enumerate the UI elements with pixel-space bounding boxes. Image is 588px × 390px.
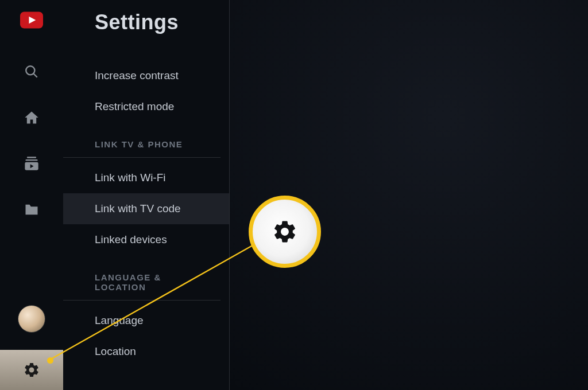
settings-item-linked-devices[interactable]: Linked devices xyxy=(63,224,229,255)
settings-item-location[interactable]: Location xyxy=(63,336,229,367)
settings-item-link-wifi[interactable]: Link with Wi-Fi xyxy=(63,162,229,193)
gear-icon xyxy=(23,361,40,379)
youtube-logo[interactable] xyxy=(20,9,43,32)
sidebar xyxy=(0,0,63,390)
settings-item-link-tv-code[interactable]: Link with TV code xyxy=(63,193,229,224)
search-icon[interactable] xyxy=(20,60,43,83)
settings-item-language[interactable]: Language xyxy=(63,305,229,336)
settings-item-increase-contrast[interactable]: Increase contrast xyxy=(63,60,229,91)
svg-point-2 xyxy=(26,66,34,75)
page-title: Settings xyxy=(63,10,229,60)
library-icon[interactable] xyxy=(20,198,43,221)
svg-line-3 xyxy=(33,73,37,77)
content-area xyxy=(230,0,588,390)
avatar[interactable] xyxy=(18,305,45,333)
svg-rect-4 xyxy=(27,157,36,158)
settings-section-language-location: LANGUAGE & LOCATION xyxy=(63,255,220,301)
subscriptions-icon[interactable] xyxy=(20,152,43,175)
settings-nav-item[interactable] xyxy=(0,350,63,390)
settings-item-restricted-mode[interactable]: Restricted mode xyxy=(63,91,229,122)
svg-rect-5 xyxy=(26,159,38,161)
home-icon[interactable] xyxy=(20,106,43,129)
settings-panel: Settings Increase contrast Restricted mo… xyxy=(63,0,230,390)
settings-section-link-tv-phone: LINK TV & PHONE xyxy=(63,122,220,158)
